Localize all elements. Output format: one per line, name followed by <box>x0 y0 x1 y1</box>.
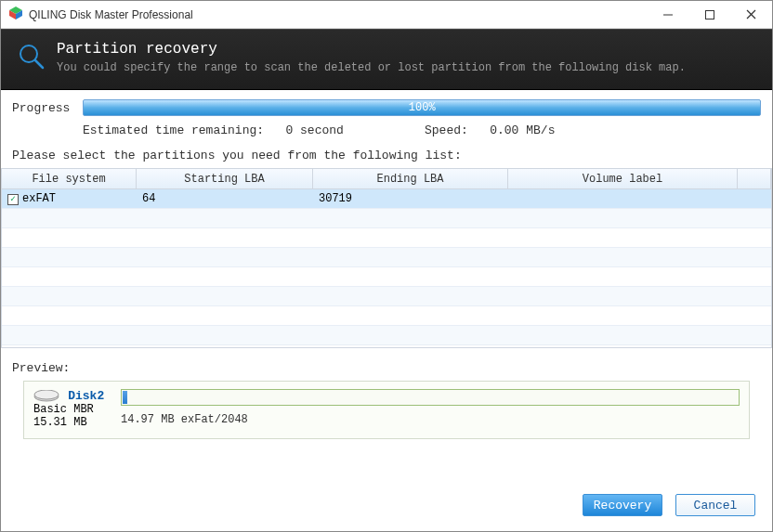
close-button[interactable] <box>730 1 772 28</box>
window-title: QILING Disk Master Professional <box>29 8 647 21</box>
table-header: File system Starting LBA Ending LBA Volu… <box>2 169 771 189</box>
progress-area: Progress 100% Estimated time remaining: … <box>1 90 772 143</box>
speed-value: 0.00 MB/s <box>490 123 555 137</box>
title-bar: QILING Disk Master Professional <box>1 1 772 29</box>
footer: Recovery Cancel <box>1 481 772 531</box>
header-title: Partition recovery <box>57 41 686 58</box>
svg-point-10 <box>34 390 59 399</box>
segment-caption: 14.97 MB exFat/2048 <box>121 413 740 426</box>
disk-type: Basic MBR <box>33 403 108 416</box>
table-row[interactable] <box>2 267 771 287</box>
disk-map-segment <box>123 391 127 404</box>
cell-file-system: exFAT <box>22 192 56 205</box>
header-band: Partition recovery You could specify the… <box>1 29 772 90</box>
disk-name: Disk2 <box>68 389 104 403</box>
progress-percent: 100% <box>84 101 760 114</box>
disk-map-bar[interactable] <box>121 389 740 406</box>
window-controls <box>647 1 772 28</box>
disk-icon <box>33 390 68 403</box>
col-tail <box>738 169 771 188</box>
svg-line-8 <box>35 60 43 68</box>
col-starting-lba[interactable]: Starting LBA <box>137 169 313 188</box>
magnifier-icon <box>18 43 46 74</box>
preview-label: Preview: <box>1 348 772 381</box>
cell-starting-lba: 64 <box>137 192 313 205</box>
col-volume-label[interactable]: Volume label <box>508 169 738 188</box>
eta-label: Estimated time remaining: <box>83 123 264 137</box>
eta-value: 0 second <box>285 123 343 137</box>
col-ending-lba[interactable]: Ending LBA <box>313 169 508 188</box>
instruction-text: Please select the partitions you need fr… <box>1 143 772 166</box>
row-checkbox[interactable]: ✓ <box>7 194 19 205</box>
partition-table: File system Starting LBA Ending LBA Volu… <box>1 168 772 348</box>
table-row[interactable] <box>2 209 771 228</box>
cancel-button[interactable]: Cancel <box>675 494 755 516</box>
maximize-button[interactable] <box>688 1 730 28</box>
table-row[interactable] <box>2 326 771 345</box>
speed-label: Speed: <box>425 123 468 137</box>
minimize-button[interactable] <box>647 1 688 28</box>
recovery-button[interactable]: Recovery <box>583 494 662 516</box>
cell-ending-lba: 30719 <box>313 192 508 205</box>
table-row[interactable] <box>2 228 771 248</box>
disk-size: 15.31 MB <box>33 416 108 429</box>
table-row[interactable] <box>2 248 771 267</box>
preview-box: Disk2 Basic MBR 15.31 MB 14.97 MB exFat/… <box>23 381 750 439</box>
progress-label: Progress <box>12 101 70 115</box>
col-file-system[interactable]: File system <box>2 169 137 188</box>
svg-rect-4 <box>705 10 714 19</box>
table-row[interactable] <box>2 306 771 326</box>
progress-bar: 100% <box>83 99 761 116</box>
table-row[interactable]: ✓exFAT 64 30719 <box>2 189 771 209</box>
table-row[interactable] <box>2 287 771 306</box>
app-cube-icon <box>8 6 23 23</box>
header-subtitle: You could specify the range to scan the … <box>57 61 686 74</box>
